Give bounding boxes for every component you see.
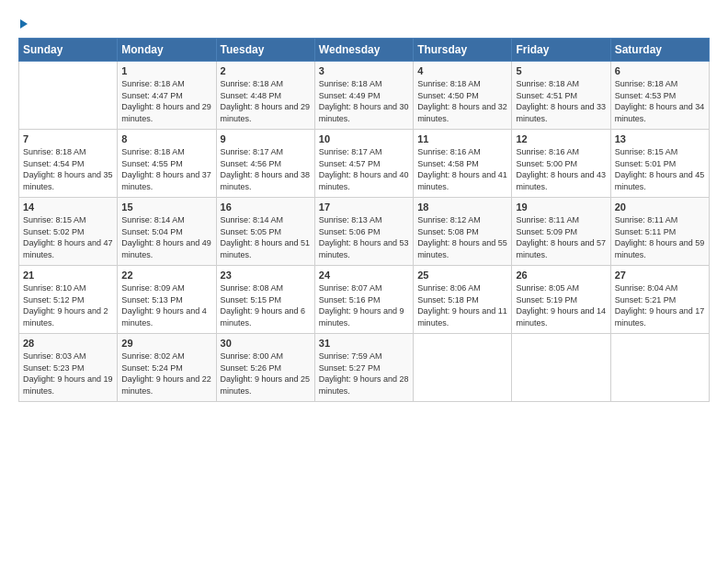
calendar-cell: 9Sunrise: 8:17 AMSunset: 4:56 PMDaylight… [216, 130, 314, 198]
calendar-cell: 18Sunrise: 8:12 AMSunset: 5:08 PMDayligh… [414, 198, 512, 266]
col-header-wednesday: Wednesday [314, 39, 413, 62]
calendar-cell: 14Sunrise: 8:15 AMSunset: 5:02 PMDayligh… [19, 198, 118, 266]
day-number: 11 [417, 133, 507, 144]
week-row-5: 28Sunrise: 8:03 AMSunset: 5:23 PMDayligh… [19, 334, 710, 402]
logo [18, 17, 28, 29]
day-number: 29 [121, 338, 211, 349]
calendar-cell: 22Sunrise: 8:09 AMSunset: 5:13 PMDayligh… [118, 266, 216, 334]
calendar-cell: 1Sunrise: 8:18 AMSunset: 4:47 PMDaylight… [118, 62, 216, 130]
cell-info: Sunrise: 8:16 AMSunset: 5:00 PMDaylight:… [516, 147, 606, 191]
cell-info: Sunrise: 8:11 AMSunset: 5:09 PMDaylight:… [516, 215, 606, 259]
cell-info: Sunrise: 8:18 AMSunset: 4:49 PMDaylight:… [319, 79, 409, 123]
week-row-1: 1Sunrise: 8:18 AMSunset: 4:47 PMDaylight… [19, 62, 710, 130]
col-header-sunday: Sunday [19, 39, 118, 62]
calendar-header-row: SundayMondayTuesdayWednesdayThursdayFrid… [19, 39, 710, 62]
day-number: 23 [221, 270, 311, 281]
day-number: 22 [121, 270, 211, 281]
col-header-tuesday: Tuesday [216, 39, 314, 62]
calendar-cell [414, 334, 512, 402]
calendar-cell: 21Sunrise: 8:10 AMSunset: 5:12 PMDayligh… [19, 266, 118, 334]
calendar-cell: 6Sunrise: 8:18 AMSunset: 4:53 PMDaylight… [610, 62, 709, 130]
cell-info: Sunrise: 8:15 AMSunset: 5:02 PMDaylight:… [23, 215, 113, 259]
day-number: 5 [516, 65, 606, 76]
day-number: 15 [121, 201, 211, 213]
day-number: 12 [516, 133, 606, 144]
calendar-cell [512, 334, 610, 402]
day-number: 20 [615, 201, 705, 213]
day-number: 24 [319, 270, 409, 281]
cell-info: Sunrise: 8:18 AMSunset: 4:48 PMDaylight:… [221, 79, 311, 123]
cell-info: Sunrise: 8:05 AMSunset: 5:19 PMDaylight:… [516, 283, 606, 327]
cell-info: Sunrise: 8:14 AMSunset: 5:05 PMDaylight:… [221, 215, 311, 259]
calendar-cell: 17Sunrise: 8:13 AMSunset: 5:06 PMDayligh… [314, 198, 413, 266]
day-number: 3 [319, 65, 409, 76]
cell-info: Sunrise: 8:06 AMSunset: 5:18 PMDaylight:… [417, 283, 507, 327]
cell-info: Sunrise: 8:10 AMSunset: 5:12 PMDaylight:… [23, 283, 108, 327]
day-number: 28 [23, 338, 113, 349]
calendar-cell: 12Sunrise: 8:16 AMSunset: 5:00 PMDayligh… [512, 130, 610, 198]
cell-info: Sunrise: 8:17 AMSunset: 4:57 PMDaylight:… [319, 147, 409, 191]
cell-info: Sunrise: 8:18 AMSunset: 4:50 PMDaylight:… [417, 79, 507, 123]
day-number: 13 [615, 133, 705, 144]
calendar-cell: 10Sunrise: 8:17 AMSunset: 4:57 PMDayligh… [314, 130, 413, 198]
cell-info: Sunrise: 8:07 AMSunset: 5:16 PMDaylight:… [319, 283, 404, 327]
cell-info: Sunrise: 8:18 AMSunset: 4:51 PMDaylight:… [516, 79, 606, 123]
cell-info: Sunrise: 8:13 AMSunset: 5:06 PMDaylight:… [319, 215, 409, 259]
calendar-cell: 8Sunrise: 8:18 AMSunset: 4:55 PMDaylight… [118, 130, 216, 198]
day-number: 31 [319, 338, 409, 349]
cell-info: Sunrise: 8:00 AMSunset: 5:26 PMDaylight:… [221, 351, 311, 396]
day-number: 10 [319, 133, 409, 144]
calendar-cell: 5Sunrise: 8:18 AMSunset: 4:51 PMDaylight… [512, 62, 610, 130]
calendar-cell: 25Sunrise: 8:06 AMSunset: 5:18 PMDayligh… [414, 266, 512, 334]
header [18, 17, 710, 29]
calendar-cell: 24Sunrise: 8:07 AMSunset: 5:16 PMDayligh… [314, 266, 413, 334]
day-number: 7 [23, 133, 113, 144]
day-number: 8 [121, 133, 211, 144]
cell-info: Sunrise: 7:59 AMSunset: 5:27 PMDaylight:… [319, 351, 409, 396]
col-header-friday: Friday [512, 39, 610, 62]
calendar-cell: 26Sunrise: 8:05 AMSunset: 5:19 PMDayligh… [512, 266, 610, 334]
calendar-cell: 3Sunrise: 8:18 AMSunset: 4:49 PMDaylight… [314, 62, 413, 130]
calendar-cell: 11Sunrise: 8:16 AMSunset: 4:58 PMDayligh… [414, 130, 512, 198]
cell-info: Sunrise: 8:02 AMSunset: 5:24 PMDaylight:… [121, 351, 211, 396]
calendar-cell: 4Sunrise: 8:18 AMSunset: 4:50 PMDaylight… [414, 62, 512, 130]
cell-info: Sunrise: 8:18 AMSunset: 4:54 PMDaylight:… [23, 147, 113, 191]
cell-info: Sunrise: 8:08 AMSunset: 5:15 PMDaylight:… [221, 283, 306, 327]
cell-info: Sunrise: 8:03 AMSunset: 5:23 PMDaylight:… [23, 351, 113, 396]
cell-info: Sunrise: 8:15 AMSunset: 5:01 PMDaylight:… [615, 147, 705, 191]
cell-info: Sunrise: 8:12 AMSunset: 5:08 PMDaylight:… [417, 215, 507, 259]
calendar-cell: 19Sunrise: 8:11 AMSunset: 5:09 PMDayligh… [512, 198, 610, 266]
col-header-thursday: Thursday [414, 39, 512, 62]
day-number: 19 [516, 201, 606, 213]
col-header-saturday: Saturday [610, 39, 709, 62]
day-number: 6 [615, 65, 705, 76]
day-number: 9 [221, 133, 311, 144]
calendar-cell: 20Sunrise: 8:11 AMSunset: 5:11 PMDayligh… [610, 198, 709, 266]
calendar-cell: 30Sunrise: 8:00 AMSunset: 5:26 PMDayligh… [216, 334, 314, 402]
week-row-4: 21Sunrise: 8:10 AMSunset: 5:12 PMDayligh… [19, 266, 710, 334]
calendar-cell: 2Sunrise: 8:18 AMSunset: 4:48 PMDaylight… [216, 62, 314, 130]
day-number: 25 [417, 270, 507, 281]
calendar-cell [610, 334, 709, 402]
day-number: 27 [615, 270, 705, 281]
day-number: 18 [417, 201, 507, 213]
calendar-cell [19, 62, 118, 130]
calendar-cell: 28Sunrise: 8:03 AMSunset: 5:23 PMDayligh… [19, 334, 118, 402]
cell-info: Sunrise: 8:04 AMSunset: 5:21 PMDaylight:… [615, 283, 705, 327]
calendar-cell: 16Sunrise: 8:14 AMSunset: 5:05 PMDayligh… [216, 198, 314, 266]
calendar-cell: 27Sunrise: 8:04 AMSunset: 5:21 PMDayligh… [610, 266, 709, 334]
day-number: 21 [23, 270, 113, 281]
calendar-table: SundayMondayTuesdayWednesdayThursdayFrid… [18, 38, 710, 402]
calendar-cell: 7Sunrise: 8:18 AMSunset: 4:54 PMDaylight… [19, 130, 118, 198]
cell-info: Sunrise: 8:18 AMSunset: 4:55 PMDaylight:… [121, 147, 211, 191]
calendar-cell: 23Sunrise: 8:08 AMSunset: 5:15 PMDayligh… [216, 266, 314, 334]
cell-info: Sunrise: 8:09 AMSunset: 5:13 PMDaylight:… [121, 283, 207, 327]
day-number: 1 [121, 65, 211, 76]
cell-info: Sunrise: 8:11 AMSunset: 5:11 PMDaylight:… [615, 215, 705, 259]
day-number: 2 [221, 65, 311, 76]
week-row-3: 14Sunrise: 8:15 AMSunset: 5:02 PMDayligh… [19, 198, 710, 266]
cell-info: Sunrise: 8:14 AMSunset: 5:04 PMDaylight:… [121, 215, 211, 259]
logo-arrow-icon [20, 19, 28, 29]
col-header-monday: Monday [118, 39, 216, 62]
cell-info: Sunrise: 8:17 AMSunset: 4:56 PMDaylight:… [221, 147, 311, 191]
